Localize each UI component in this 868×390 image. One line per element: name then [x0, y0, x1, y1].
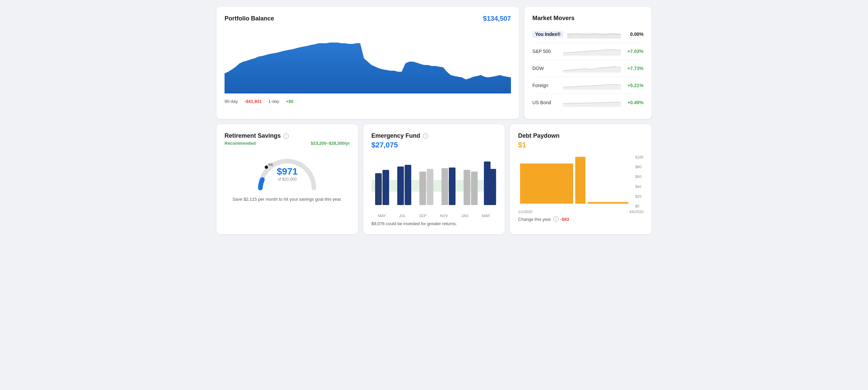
month-labels: MAY JUL SEP NOV JAN MAR — [371, 214, 497, 218]
debt-card: Debt Paydown $1 $100 $80 $60 — [510, 124, 651, 234]
recommended-label: Recommended — [224, 141, 256, 146]
month-mar: MAR — [482, 214, 490, 218]
svg-rect-5 — [397, 167, 404, 205]
y-60: $60 — [636, 174, 644, 178]
y-20: $20 — [636, 194, 644, 198]
month-nov: NOV — [440, 214, 448, 218]
gauge-of: of $20,000 — [277, 177, 298, 182]
market-change: +0.49% — [625, 100, 644, 105]
svg-rect-3 — [375, 173, 382, 205]
emergency-note: $9,076 could be invested for greater ret… — [371, 221, 497, 226]
debt-title: Debt Paydown — [518, 132, 559, 139]
market-name: DOW — [532, 66, 559, 71]
svg-rect-8 — [427, 169, 433, 205]
stat-1day-value: +$0 — [286, 99, 293, 104]
portfolio-title: Portfolio Balance — [224, 15, 274, 22]
retirement-title-row: Retirement Savings i — [224, 132, 350, 139]
market-change: +7.03% — [625, 49, 644, 54]
market-movers-card: Market Movers You Index®0.00%S&P 500+7.0… — [524, 7, 651, 119]
debt-date-end: 4/6/2020 — [629, 210, 644, 214]
portfolio-balance: $134,507 — [483, 15, 511, 23]
debt-footer: Change this year i -$83 — [518, 217, 644, 222]
svg-rect-17 — [588, 202, 628, 204]
rec-row: Recommended $23,200–$28,300/yr — [224, 141, 350, 146]
market-name: S&P 500 — [532, 49, 559, 54]
debt-date-start: 1/1/2020 — [518, 210, 532, 214]
dashboard: Portfolio Balance $134,507 90-day -$41,9… — [217, 7, 651, 234]
debt-y-axis: $100 $80 $60 $40 $20 $0 — [636, 154, 644, 210]
portfolio-stats: 90-day -$41,931 1-day +$0 — [224, 99, 511, 104]
svg-rect-16 — [575, 157, 586, 204]
svg-text:4/6: 4/6 — [268, 163, 273, 167]
debt-chart-container: $100 $80 $60 $40 $20 $0 — [518, 154, 644, 210]
emergency-card: Emergency Fund i $27,075 — [363, 124, 505, 234]
market-sparkline — [563, 98, 621, 108]
retirement-card: Retirement Savings i Recommended $23,200… — [217, 124, 358, 234]
debt-chart — [518, 154, 632, 207]
svg-rect-12 — [471, 171, 477, 205]
gauge-container: 4/6 $971 of $20,000 — [254, 151, 320, 193]
portfolio-area — [224, 43, 511, 93]
retirement-title: Retirement Savings — [224, 132, 281, 139]
month-jul: JUL — [399, 214, 406, 218]
stat-1day-label: 1-day — [268, 99, 279, 104]
month-sep: SEP — [419, 214, 427, 218]
market-change: 0.00% — [625, 31, 644, 37]
portfolio-chart — [224, 26, 511, 93]
svg-rect-6 — [405, 165, 411, 205]
debt-change-label: Change this year — [518, 217, 551, 222]
portfolio-card: Portfolio Balance $134,507 90-day -$41,9… — [217, 7, 519, 119]
retirement-info-icon[interactable]: i — [283, 133, 289, 139]
retirement-note: Save $2,115 per month to hit your saving… — [224, 197, 350, 202]
gauge-amount: $971 — [277, 166, 298, 177]
y-40: $40 — [636, 185, 644, 189]
svg-rect-15 — [520, 164, 573, 204]
market-movers-header: Market Movers — [532, 15, 644, 22]
market-sparkline — [563, 63, 621, 73]
market-row: You Index®0.00% — [532, 26, 644, 43]
svg-rect-14 — [489, 169, 496, 205]
stat-90day-label: 90-day — [224, 99, 238, 104]
market-change: +5.21% — [625, 83, 644, 88]
emergency-chart — [371, 155, 497, 208]
market-name: Foreign — [532, 83, 559, 88]
y-80: $80 — [636, 165, 644, 169]
market-movers-title: Market Movers — [532, 15, 575, 22]
market-name: US Bond — [532, 100, 559, 105]
svg-rect-10 — [449, 168, 456, 205]
bottom-row: Retirement Savings i Recommended $23,200… — [217, 124, 651, 234]
market-sparkline — [567, 29, 621, 39]
debt-info-icon[interactable]: i — [553, 217, 558, 222]
month-jan: JAN — [461, 214, 468, 218]
y-100: $100 — [636, 155, 644, 159]
svg-rect-2 — [371, 180, 497, 192]
svg-rect-4 — [382, 170, 389, 205]
debt-change-value: -$83 — [560, 217, 569, 222]
market-sparkline — [563, 80, 621, 90]
y-0: $0 — [636, 204, 644, 208]
svg-rect-7 — [419, 171, 426, 205]
market-sparkline — [563, 46, 621, 56]
market-name: You Index® — [532, 31, 563, 37]
svg-rect-11 — [463, 170, 470, 205]
market-change: +7.73% — [625, 66, 644, 71]
recommended-range: $23,200–$28,300/yr — [311, 141, 350, 146]
gauge-center: $971 of $20,000 — [277, 166, 298, 182]
market-row: S&P 500+7.03% — [532, 43, 644, 60]
stat-90day-value: -$41,931 — [245, 99, 262, 104]
emergency-title-row: Emergency Fund i — [371, 132, 497, 139]
debt-amount: $1 — [518, 141, 644, 149]
market-row: Foreign+5.21% — [532, 77, 644, 94]
market-row: DOW+7.73% — [532, 60, 644, 77]
emergency-info-icon[interactable]: i — [423, 133, 428, 139]
debt-x-axis: 1/1/2020 4/6/2020 — [518, 210, 644, 214]
market-rows: You Index®0.00%S&P 500+7.03%DOW+7.73%For… — [532, 26, 644, 111]
emergency-title: Emergency Fund — [371, 132, 420, 139]
emergency-amount: $27,075 — [371, 141, 497, 149]
svg-rect-9 — [441, 168, 448, 205]
market-row: US Bond+0.49% — [532, 94, 644, 111]
month-may: MAY — [378, 214, 386, 218]
debt-title-row: Debt Paydown — [518, 132, 644, 139]
portfolio-header: Portfolio Balance $134,507 — [224, 15, 511, 23]
